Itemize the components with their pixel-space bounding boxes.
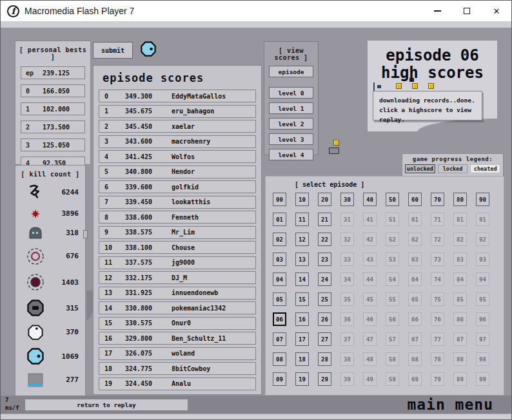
episode-cell-24[interactable]: 24: [318, 272, 331, 286]
episode-cell-71[interactable]: 71: [431, 213, 444, 226]
episode-cell-70[interactable]: 70: [431, 193, 444, 206]
episode-cell-30[interactable]: 30: [340, 193, 354, 206]
episode-cell-13[interactable]: 13: [295, 253, 309, 266]
episode-cell-53[interactable]: 53: [386, 253, 399, 266]
episode-cell-67[interactable]: 67: [408, 332, 422, 346]
highscore-row[interactable]: 12332.175DJ_M: [99, 271, 256, 284]
episode-cell-68[interactable]: 68: [408, 352, 422, 366]
episode-cell-05[interactable]: 05: [273, 292, 286, 306]
highscore-row[interactable]: 0349.300EddyMataGallos: [99, 90, 256, 102]
episode-cell-61[interactable]: 61: [408, 213, 422, 226]
episode-cell-82[interactable]: 82: [453, 233, 467, 246]
episode-cell-94[interactable]: 94: [476, 272, 489, 286]
episode-cell-39[interactable]: 39: [340, 372, 354, 386]
episode-cell-12[interactable]: 12: [295, 233, 309, 246]
episode-cell-77[interactable]: 77: [431, 332, 444, 346]
highscore-row[interactable]: 17326.075woland: [99, 347, 256, 360]
episode-cell-36[interactable]: 36: [340, 312, 354, 326]
episode-cell-72[interactable]: 72: [431, 233, 444, 246]
highscore-row[interactable]: 11337.575jg9000: [99, 256, 256, 269]
episode-cell-32[interactable]: 32: [340, 233, 354, 246]
episode-cell-69[interactable]: 69: [408, 372, 422, 386]
episode-cell-31[interactable]: 31: [340, 213, 354, 226]
episode-cell-01[interactable]: 01: [273, 213, 286, 226]
episode-cell-40[interactable]: 40: [363, 193, 377, 206]
episode-cell-79[interactable]: 79: [431, 372, 444, 386]
main-menu-button[interactable]: main menu: [407, 396, 493, 413]
close-button[interactable]: ✕: [482, 1, 511, 21]
episode-cell-22[interactable]: 22: [318, 233, 331, 246]
episode-cell-86[interactable]: 86: [453, 312, 467, 326]
episode-cell-83[interactable]: 83: [453, 253, 467, 266]
return-to-replay-button[interactable]: return to replay: [25, 399, 188, 410]
highscore-row[interactable]: 1345.675eru_bahagon: [99, 105, 256, 118]
episode-cell-38[interactable]: 38: [340, 352, 354, 366]
maximize-button[interactable]: [452, 1, 482, 21]
episode-cell-41[interactable]: 41: [363, 213, 377, 226]
episode-cell-51[interactable]: 51: [386, 213, 399, 226]
episode-cell-48[interactable]: 48: [363, 352, 377, 366]
highscore-row[interactable]: 16329.800Ben_Schultz_11: [99, 332, 256, 345]
episode-cell-50[interactable]: 50: [386, 193, 399, 206]
episode-cell-27[interactable]: 27: [318, 332, 331, 346]
highscore-row[interactable]: 15330.575Onur0: [99, 317, 256, 330]
episode-cell-65[interactable]: 65: [408, 292, 422, 306]
episode-cell-80[interactable]: 80: [453, 193, 467, 206]
episode-cell-25[interactable]: 25: [318, 292, 331, 306]
episode-cell-19[interactable]: 19: [295, 372, 309, 386]
episode-cell-02[interactable]: 02: [273, 233, 286, 246]
view-scores-button-level-4[interactable]: level 4: [269, 149, 313, 160]
episode-cell-42[interactable]: 42: [363, 233, 377, 246]
episode-cell-57[interactable]: 57: [386, 332, 399, 346]
episode-cell-99[interactable]: 99: [476, 372, 489, 386]
view-scores-button-level-3[interactable]: level 3: [269, 133, 313, 145]
episode-cell-33[interactable]: 33: [340, 253, 354, 266]
episode-cell-08[interactable]: 08: [273, 352, 286, 366]
episode-cell-73[interactable]: 73: [431, 253, 444, 266]
submit-button[interactable]: submit: [93, 42, 133, 59]
episode-cell-97[interactable]: 97: [476, 332, 489, 346]
episode-cell-20[interactable]: 20: [318, 193, 331, 206]
view-scores-button-level-0[interactable]: level 0: [269, 87, 313, 99]
episode-cell-37[interactable]: 37: [340, 332, 354, 346]
episode-cell-75[interactable]: 75: [431, 292, 444, 306]
episode-cell-29[interactable]: 29: [318, 372, 331, 386]
episode-cell-66[interactable]: 66: [408, 312, 422, 326]
highscore-row[interactable]: 13331.925innuendonewb: [99, 287, 256, 300]
episode-cell-43[interactable]: 43: [363, 253, 377, 266]
episode-cell-21[interactable]: 21: [318, 213, 331, 226]
episode-cell-07[interactable]: 07: [273, 332, 286, 346]
highscore-row[interactable]: 8338.600Fenneth: [99, 211, 256, 224]
view-scores-button-level-1[interactable]: level 1: [269, 102, 313, 114]
episode-cell-23[interactable]: 23: [318, 253, 331, 266]
episode-cell-49[interactable]: 49: [363, 372, 377, 386]
episode-cell-28[interactable]: 28: [318, 352, 331, 366]
episode-cell-85[interactable]: 85: [453, 292, 467, 306]
highscore-row[interactable]: 4341.425Wolfos: [99, 150, 256, 163]
view-scores-button-episode[interactable]: episode: [269, 66, 313, 77]
episode-cell-56[interactable]: 56: [386, 312, 399, 326]
episode-cell-98[interactable]: 98: [476, 352, 489, 366]
episode-cell-89[interactable]: 89: [453, 372, 467, 386]
highscore-row[interactable]: 2345.450xaelar: [99, 120, 256, 133]
episode-cell-63[interactable]: 63: [408, 253, 422, 266]
episode-cell-91[interactable]: 91: [476, 213, 489, 226]
episode-cell-34[interactable]: 34: [340, 272, 354, 286]
highscore-row[interactable]: 6339.600golfkid: [99, 180, 256, 193]
episode-cell-84[interactable]: 84: [453, 272, 467, 286]
episode-cell-47[interactable]: 47: [363, 332, 377, 346]
episode-cell-95[interactable]: 95: [476, 292, 489, 306]
highscore-row[interactable]: 14330.800pokemaniac1342: [99, 301, 256, 314]
episode-cell-52[interactable]: 52: [386, 233, 399, 246]
episode-cell-04[interactable]: 04: [273, 272, 286, 286]
episode-cell-93[interactable]: 93: [476, 253, 489, 266]
episode-cell-16[interactable]: 16: [295, 312, 309, 326]
episode-cell-81[interactable]: 81: [453, 213, 467, 226]
episode-cell-58[interactable]: 58: [386, 352, 399, 366]
episode-cell-44[interactable]: 44: [363, 272, 377, 286]
episode-cell-17[interactable]: 17: [295, 332, 309, 346]
episode-cell-54[interactable]: 54: [386, 272, 399, 286]
highscore-row[interactable]: 9338.575Mr_Lim: [99, 226, 256, 239]
episode-cell-87[interactable]: 87: [453, 332, 467, 346]
episode-cell-11[interactable]: 11: [295, 213, 309, 226]
